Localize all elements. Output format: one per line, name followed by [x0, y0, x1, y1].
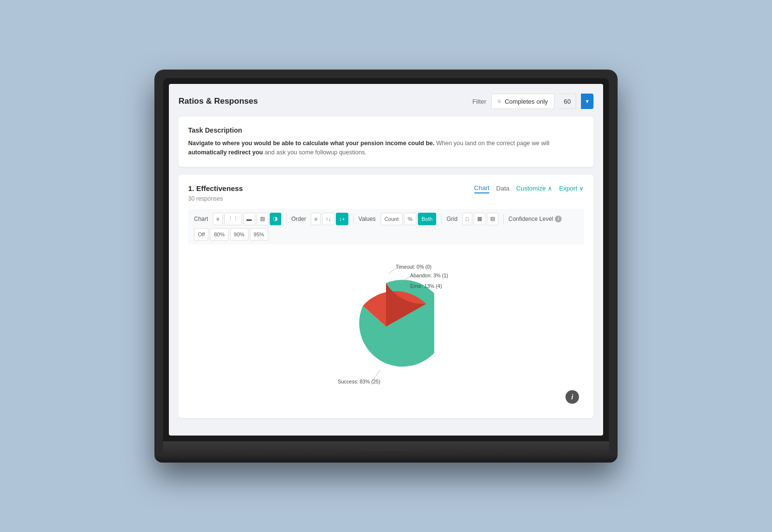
divider-4 [503, 214, 504, 224]
grid-off-btn[interactable]: □ [462, 213, 472, 225]
effectiveness-card: 1. Effectiveness Chart Data Customize ∧ … [179, 175, 593, 418]
section-title-group: 1. Effectiveness [188, 184, 243, 192]
filter-label: Filter [472, 98, 486, 105]
confidence-options: Off 80% 90% 95% [194, 228, 268, 241]
filter-expand-button[interactable]: ▾ [581, 94, 593, 109]
task-bold-text: Navigate to where you would be able to c… [188, 140, 435, 147]
values-count-btn[interactable]: Count [381, 213, 402, 225]
filter-value: Completes only [505, 98, 548, 105]
confidence-level-group: Confidence Level i [509, 216, 562, 222]
task-description-title: Task Description [188, 126, 584, 134]
chart-type-group: ≡ ⋮⋮ ▬ ▧ ◑ [213, 213, 281, 225]
order-default-btn[interactable]: ≡ [311, 213, 320, 225]
order-custom-btn[interactable]: ↕+ [336, 213, 348, 225]
error-label: Error: 13% (4) [410, 283, 442, 289]
divider-1 [286, 214, 287, 224]
screen: Ratios & Responses Filter ≡ Completes on… [169, 84, 603, 436]
filter-icon: ≡ [497, 98, 501, 105]
touchpad [357, 446, 415, 450]
screen-bezel: Ratios & Responses Filter ≡ Completes on… [163, 78, 609, 441]
chart-type-list2-btn[interactable]: ⋮⋮ [224, 213, 242, 225]
task-after-redirect: and ask you some followup questions. [263, 149, 367, 156]
chart-type-bar-btn[interactable]: ▬ [243, 213, 255, 225]
abandon-label: Abandon: 3% (1) [410, 273, 448, 278]
task-description-text: Navigate to where you would be able to c… [188, 139, 584, 157]
grid-light-btn[interactable]: ▦ [474, 213, 485, 225]
grid-label: Grid [446, 216, 457, 222]
order-asc-btn[interactable]: ↑↓ [322, 213, 334, 225]
divider-2 [353, 214, 354, 224]
grid-full-btn[interactable]: ▤ [487, 213, 498, 225]
conf-95-btn[interactable]: 95% [250, 228, 268, 241]
conf-off-btn[interactable]: Off [194, 228, 208, 241]
values-percent-btn[interactable]: % [404, 213, 416, 225]
filter-dropdown[interactable]: ≡ Completes only [491, 94, 554, 109]
values-both-btn[interactable]: Both [418, 213, 437, 225]
values-group: Count % Both [381, 213, 437, 225]
order-label: Order [291, 216, 306, 222]
chart-type-list-btn[interactable]: ≡ [213, 213, 222, 225]
chart-toolbar: Chart ≡ ⋮⋮ ▬ ▧ ◑ Order ≡ [188, 209, 584, 245]
laptop-frame: Ratios & Responses Filter ≡ Completes on… [154, 69, 618, 463]
app-content: Ratios & Responses Filter ≡ Completes on… [169, 84, 603, 436]
conf-90-btn[interactable]: 90% [230, 228, 248, 241]
task-rest-text: When you land on the correct page we wil… [435, 140, 550, 147]
info-circle-button[interactable]: i [565, 390, 579, 404]
grid-group: □ ▦ ▤ [462, 213, 498, 225]
section-title: 1. Effectiveness [188, 184, 243, 192]
chart-area: Timeout: 0% (0) Abandon: 3% (1) Error: 1… [188, 245, 584, 409]
responses-count: 30 responses [188, 195, 584, 202]
section-header: 1. Effectiveness Chart Data Customize ∧ … [188, 184, 584, 193]
tab-data[interactable]: Data [496, 185, 509, 193]
page-header: Ratios & Responses Filter ≡ Completes on… [179, 94, 593, 109]
timeout-label: Timeout: 0% (0) [396, 264, 431, 270]
export-button[interactable]: Export ∨ [559, 185, 584, 193]
task-description-card: Task Description Navigate to where you w… [179, 117, 593, 167]
confidence-text: Confidence Level [509, 216, 553, 222]
pie-chart-container: Timeout: 0% (0) Abandon: 3% (1) Error: 1… [309, 259, 463, 394]
task-redirect-text: automatically redirect you [188, 149, 263, 156]
section-tabs: Chart Data Customize ∧ Export ∨ [474, 184, 584, 193]
page-title: Ratios & Responses [179, 96, 258, 106]
tab-chart[interactable]: Chart [474, 184, 490, 193]
filter-count: 60 [559, 94, 576, 109]
success-label: Success: 83% (25) [338, 379, 380, 384]
confidence-info-icon[interactable]: i [555, 216, 562, 222]
pie-chart-svg [338, 278, 434, 375]
chart-type-pie-btn[interactable]: ◑ [270, 213, 281, 225]
values-label: Values [358, 216, 376, 222]
chart-type-label: Chart [194, 216, 208, 222]
customize-button[interactable]: Customize ∧ [516, 185, 552, 193]
laptop-base [163, 441, 609, 455]
laptop-bottom [154, 455, 618, 463]
chart-type-bar2-btn[interactable]: ▧ [257, 213, 268, 225]
filter-area: Filter ≡ Completes only 60 ▾ [472, 94, 593, 109]
order-group: ≡ ↑↓ ↕+ [311, 213, 348, 225]
conf-80-btn[interactable]: 80% [210, 228, 228, 241]
divider-3 [441, 214, 441, 224]
